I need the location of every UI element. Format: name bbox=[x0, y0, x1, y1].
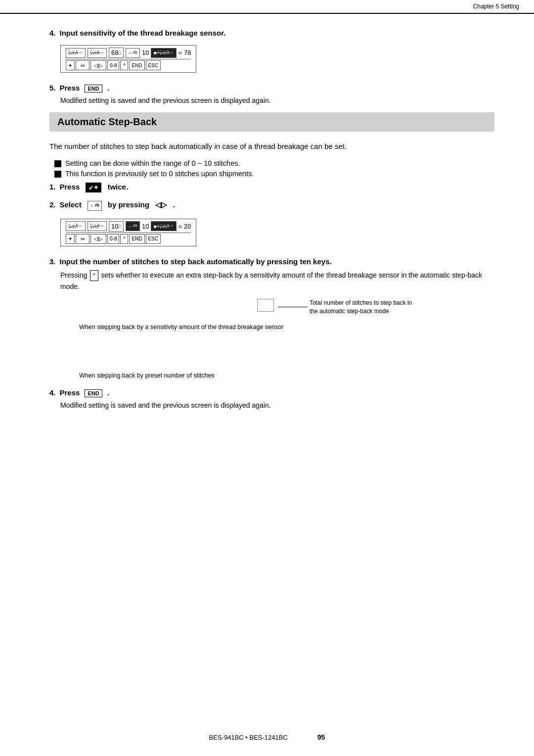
panel-box-1: v̈ṁk↔ v̈ṁk↔ 68□ ←ṁ 10 ■+v̈ṁk↔ = 78 ✦ ⇔ ◁… bbox=[60, 45, 196, 73]
equals-78: = 78 bbox=[178, 49, 191, 56]
sensitivity-icon: ↙✦ bbox=[86, 183, 101, 192]
bullet-block: Setting can be done within the range of … bbox=[54, 159, 494, 178]
icon-vm3: v̈ṁk↔ bbox=[66, 221, 86, 231]
diagram-captions: Total number of stitches to step back in… bbox=[278, 299, 418, 316]
step2-block: 2. Select ←ṁ by pressing ◁▷ . v̈ṁk↔ v̈ṁk… bbox=[49, 200, 494, 249]
bullet-1: Setting can be done within the range of … bbox=[54, 159, 494, 167]
bullet-sq-2 bbox=[54, 171, 61, 178]
panel-inner-2: v̈ṁk↔ v̈ṁk↔ 10□ ←ṁ 10 ■+v̈ṁk↔ = 20 bbox=[66, 221, 191, 232]
select-arrow-icon: ←ṁ bbox=[88, 201, 102, 211]
diagram-right: Total number of stitches to step back in… bbox=[257, 299, 418, 316]
step1-num: 1. bbox=[49, 183, 56, 191]
icon-vm1: v̈ṁk↔ bbox=[66, 48, 86, 58]
panel-inner-1: v̈ṁk↔ v̈ṁk↔ 68□ ←ṁ 10 ■+v̈ṁk↔ = 78 bbox=[66, 47, 191, 58]
icon-vm2: v̈ṁk↔ bbox=[88, 48, 107, 58]
equals-20: = 20 bbox=[178, 223, 191, 230]
bullet-sq-1 bbox=[54, 160, 61, 167]
step2-heading: 2. Select ←ṁ by pressing ◁▷ . bbox=[49, 200, 494, 211]
icon-arrow-back2: ←ṁ bbox=[126, 221, 140, 231]
step4-press: Press bbox=[60, 388, 80, 397]
prev-step4-num: 4. bbox=[49, 29, 56, 37]
icon-plus-vm2: ■+v̈ṁk↔ bbox=[151, 221, 176, 231]
prev-step5-subtext: Modified setting is saved and the previo… bbox=[60, 96, 494, 104]
page-footer: BES-941BC • BES-1241BC 95 bbox=[0, 733, 534, 741]
step4-period: . bbox=[107, 388, 109, 397]
step3-subtext: Pressing * sets whether to execute an ex… bbox=[60, 270, 494, 292]
step3-pressing: Pressing bbox=[60, 271, 87, 279]
step1-block: 1. Press ↙✦ twice. bbox=[49, 183, 494, 192]
when-preset-text: When stepping back by preset number of s… bbox=[79, 371, 494, 380]
step2-arrows: ◁▷ bbox=[155, 200, 167, 209]
icon-68: 68□ bbox=[109, 47, 124, 58]
step4-num: 4. bbox=[49, 388, 56, 397]
diagram-line-1: Total number of stitches to step back in… bbox=[278, 299, 418, 316]
step4-subtext: Modified setting is saved and the previo… bbox=[60, 401, 494, 409]
icon-esc2: ESC bbox=[146, 234, 161, 244]
icon-vm4: v̈ṁk↔ bbox=[88, 221, 107, 231]
prev-step4-label: Input sensitivity of the thread breakage… bbox=[60, 29, 226, 37]
icon-esc1: ESC bbox=[146, 60, 161, 70]
icon-star2: * bbox=[120, 234, 128, 244]
icon-arrows2: ⇔ bbox=[76, 234, 89, 244]
icon-end2: END bbox=[129, 234, 144, 244]
prev-step5-press: Press bbox=[60, 84, 80, 92]
step2-select: Select bbox=[60, 200, 82, 209]
when-preset-block: When stepping back by preset number of s… bbox=[79, 371, 494, 380]
footer-page: 95 bbox=[317, 733, 325, 741]
step4-end-key: END bbox=[85, 389, 102, 397]
bullet-2: This function is previously set to 0 sti… bbox=[54, 170, 494, 178]
panel-row2-1: ✦ ⇔ ◁|▷ 0-8 * END ESC bbox=[66, 59, 191, 70]
section-title: Automatic Step-Back bbox=[49, 112, 494, 132]
chapter-label: Chapter 5 Setting bbox=[473, 3, 519, 10]
icon-arrow-back1: ←ṁ bbox=[126, 48, 140, 58]
icon-star1: * bbox=[120, 60, 128, 70]
diagram-box-container bbox=[257, 299, 274, 312]
prev-step5-period: . bbox=[107, 84, 109, 92]
when-sensitivity-text: When stepping back by a sensitivity amou… bbox=[79, 323, 494, 332]
diagram-line-h bbox=[278, 307, 308, 307]
icon-spark: ✦ bbox=[66, 60, 75, 70]
icon-0-8-1: 0-8 bbox=[107, 60, 119, 70]
icon-arrows1: ⇔ bbox=[76, 60, 89, 70]
icon-leftright2: ◁|▷ bbox=[90, 234, 106, 244]
when-sensitivity-block: When stepping back by a sensitivity amou… bbox=[79, 323, 494, 332]
diagram-spacer bbox=[49, 331, 494, 371]
val-10-1: 10 bbox=[142, 49, 149, 56]
step3-subtext2: sets whether to execute an extra step-ba… bbox=[60, 271, 482, 290]
icon-plus-vm1: ■+v̈ṁk↔ bbox=[151, 48, 176, 58]
panel-box-2: v̈ṁk↔ v̈ṁk↔ 10□ ←ṁ 10 ■+v̈ṁk↔ = 20 ✦ ⇔ ◁… bbox=[60, 219, 196, 246]
intro-text: The number of stitches to step back auto… bbox=[49, 141, 494, 152]
val-10-2: 10 bbox=[142, 223, 149, 230]
panel-row2-2: ✦ ⇔ ◁|▷ 0-8 * END ESC bbox=[66, 233, 191, 244]
bullet-text-2: This function is previously set to 0 sti… bbox=[65, 170, 254, 178]
prev-step5-num: 5. bbox=[49, 84, 56, 92]
step1-suffix: twice. bbox=[107, 183, 128, 191]
step4-heading: 4. Press END . bbox=[49, 388, 494, 397]
step2-period: . bbox=[173, 200, 175, 209]
icon-leftright1: ◁|▷ bbox=[90, 60, 106, 70]
step2-bypressing: by pressing bbox=[108, 200, 149, 209]
prev-step5-end-key: END bbox=[85, 85, 102, 93]
icon-0-8-2: 0-8 bbox=[107, 234, 119, 244]
total-caption: Total number of stitches to step back in… bbox=[310, 299, 418, 316]
icon-spark2: ✦ bbox=[66, 234, 75, 244]
icon-end1: END bbox=[129, 60, 144, 70]
step3-num: 3. bbox=[49, 257, 56, 266]
prev-step4-heading: 4. Input sensitivity of the thread break… bbox=[49, 29, 494, 37]
step1-press: Press bbox=[60, 183, 80, 191]
page-content: 4. Input sensitivity of the thread break… bbox=[0, 14, 534, 447]
step1-heading: 1. Press ↙✦ twice. bbox=[49, 183, 494, 192]
step3-star-key: * bbox=[90, 270, 98, 281]
diagram-area: Total number of stitches to step back in… bbox=[89, 299, 494, 316]
step2-num: 2. bbox=[49, 200, 56, 209]
bullet-text-1: Setting can be done within the range of … bbox=[65, 159, 240, 167]
step3-block: 3. Input the number of stitches to step … bbox=[49, 257, 494, 381]
step3-label: Input the number of stitches to step bac… bbox=[60, 257, 332, 266]
footer-model: BES-941BC • BES-1241BC bbox=[209, 734, 288, 741]
top-bar: Chapter 5 Setting bbox=[0, 0, 534, 14]
icon-10a: 10□ bbox=[109, 221, 124, 232]
prev-step4-block: 4. Input sensitivity of the thread break… bbox=[49, 29, 494, 76]
prev-step5-block: 5. Press END . Modified setting is saved… bbox=[49, 84, 494, 104]
step3-heading: 3. Input the number of stitches to step … bbox=[49, 257, 494, 266]
prev-step5-heading: 5. Press END . bbox=[49, 84, 494, 93]
